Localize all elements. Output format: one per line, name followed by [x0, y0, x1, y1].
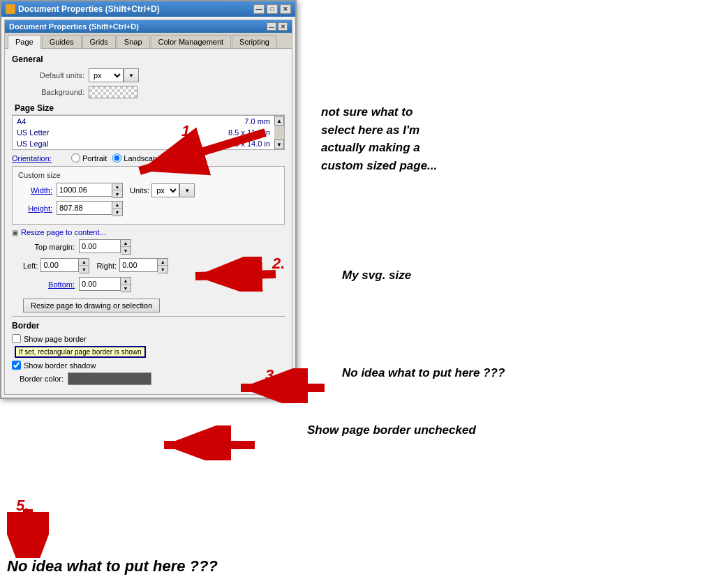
height-decrement[interactable]: ▼ [112, 209, 122, 216]
annotation-text-2: My svg. size [342, 269, 411, 282]
show-shadow-label: Show border shadow [24, 361, 96, 370]
height-input-group: ▲ ▼ [57, 201, 123, 216]
top-margin-input-group: ▲ ▼ [79, 239, 131, 255]
width-label: Width: [18, 186, 57, 195]
bottom-margin-input[interactable] [79, 277, 121, 291]
bottom-margin-input-group: ▲ ▼ [79, 277, 131, 292]
page-size-header: Page Size [12, 102, 285, 115]
portrait-label: Portrait [82, 154, 107, 163]
annotation-text-4: Show page border unchecked [307, 423, 476, 437]
bottom-label: Bottom: [23, 280, 79, 289]
right-decrement[interactable]: ▼ [158, 266, 168, 273]
page-size-list: A4 7.0 mm US Letter 8.5 x 11.0 in US Leg… [13, 116, 284, 149]
page-size-item-letter[interactable]: US Letter 8.5 x 11.0 in [13, 127, 274, 138]
border-color-row: Border color: [12, 372, 285, 385]
arrow-4-svg [108, 425, 269, 460]
default-units-select[interactable]: px [89, 68, 124, 82]
bottom-increment[interactable]: ▲ [121, 278, 131, 285]
units-dropdown[interactable]: ▼ [179, 183, 195, 197]
height-row: Height: ▲ ▼ [18, 201, 278, 216]
right-margin-spinner: ▲ ▼ [158, 258, 168, 273]
resize-to-drawing-button[interactable]: Resize page to drawing or selection [23, 299, 160, 312]
outer-title-buttons: — □ ✕ [253, 4, 291, 14]
bottom-margin-row: Bottom: ▲ ▼ [23, 277, 285, 292]
custom-size-title: Custom size [18, 171, 278, 179]
top-margin-increment[interactable]: ▲ [121, 240, 131, 247]
width-decrement[interactable]: ▼ [112, 190, 122, 197]
bottom-annotation-text: No idea what to put here ??? [7, 557, 218, 575]
show-border-label: Show page border [24, 335, 87, 343]
close-button[interactable]: ✕ [280, 4, 291, 14]
minimize-button[interactable]: — [253, 4, 265, 14]
width-increment[interactable]: ▲ [112, 183, 122, 190]
top-margin-row: Top margin: ▲ ▼ [23, 239, 285, 255]
width-input-group: ▲ ▼ [57, 183, 123, 198]
bottom-decrement[interactable]: ▼ [121, 285, 131, 292]
border-tooltip: If set, rectangular page border is shown [15, 346, 146, 358]
landscape-option[interactable]: Landscape [112, 153, 161, 163]
arrow3-label: 3. [265, 366, 278, 384]
height-increment[interactable]: ▲ [112, 202, 122, 209]
right-margin-input[interactable] [119, 258, 158, 272]
landscape-radio[interactable] [112, 153, 121, 163]
annotation-text-3: No idea what to put here ??? [342, 366, 505, 380]
outer-title-bar: Document Properties (Shift+Ctrl+D) — □ ✕ [1, 1, 295, 17]
default-units-label: Default units: [12, 71, 89, 80]
default-units-dropdown[interactable]: ▼ [124, 68, 139, 82]
background-label: Background: [12, 88, 89, 96]
right-increment[interactable]: ▲ [158, 259, 168, 266]
width-spinner: ▲ ▼ [112, 183, 123, 198]
inner-title-bar: Document Properties (Shift+Ctrl+D) — ✕ [5, 20, 292, 33]
show-shadow-checkbox[interactable] [12, 361, 21, 370]
border-color-label: Border color: [12, 375, 68, 383]
show-border-checkbox[interactable] [12, 334, 21, 343]
top-margin-decrement[interactable]: ▼ [121, 247, 131, 254]
left-margin-input[interactable] [40, 258, 79, 272]
units-label: Units: [130, 186, 149, 195]
inner-minimize-button[interactable]: — [267, 22, 276, 31]
page-size-list-container: A4 7.0 mm US Letter 8.5 x 11.0 in US Leg… [12, 115, 285, 150]
tab-color-management[interactable]: Color Management [151, 35, 232, 48]
tab-guides[interactable]: Guides [42, 35, 82, 48]
units-select[interactable]: px [151, 183, 179, 197]
height-input[interactable] [57, 201, 112, 215]
show-shadow-row: Show border shadow [12, 361, 285, 370]
inner-close-button[interactable]: ✕ [278, 22, 288, 31]
left-decrement[interactable]: ▼ [79, 266, 89, 273]
border-color-swatch[interactable] [68, 372, 151, 385]
left-margin-input-group: ▲ ▼ [40, 258, 89, 273]
scroll-down-arrow[interactable]: ▼ [274, 140, 284, 149]
width-input[interactable] [57, 183, 112, 197]
portrait-option[interactable]: Portrait [71, 153, 107, 163]
left-increment[interactable]: ▲ [79, 259, 89, 266]
background-color-swatch[interactable] [89, 86, 137, 98]
margin-rows: Top margin: ▲ ▼ Left: [23, 239, 285, 312]
scroll-up-arrow[interactable]: ▲ [274, 116, 284, 126]
tab-grids[interactable]: Grids [82, 35, 116, 48]
dialog-icon [6, 4, 15, 14]
page-size-item-legal[interactable]: US Legal 8.5 x 14.0 in [13, 138, 274, 149]
maximize-button[interactable]: □ [267, 4, 278, 14]
arrow5-label: 5. [16, 497, 29, 515]
page-size-item-a4[interactable]: A4 7.0 mm [13, 116, 274, 127]
background-row: Background: [12, 86, 285, 98]
custom-size-box: Custom size Width: ▲ ▼ Units: px ▼ [12, 166, 285, 225]
top-margin-input[interactable] [79, 239, 121, 253]
left-right-margin-row: Left: ▲ ▼ Right: ▲ [23, 258, 285, 273]
page-size-scrollbar[interactable]: ▲ ▼ [274, 116, 284, 149]
orientation-label: Orientation: [12, 154, 52, 163]
resize-toggle[interactable]: ▣ Resize page to content... [12, 228, 285, 236]
resize-toggle-label: Resize page to content... [21, 228, 106, 236]
tab-snap[interactable]: Snap [117, 35, 150, 48]
toggle-icon: ▣ [12, 229, 18, 236]
tab-page[interactable]: Page [8, 35, 41, 49]
top-margin-label: Top margin: [23, 243, 79, 251]
resize-section: ▣ Resize page to content... Top margin: … [12, 228, 285, 312]
default-units-row: Default units: px ▼ [12, 68, 285, 82]
top-margin-spinner: ▲ ▼ [121, 239, 131, 255]
landscape-label: Landscape [124, 154, 161, 163]
general-section-label: General [12, 54, 285, 64]
portrait-radio[interactable] [71, 153, 80, 163]
tab-scripting[interactable]: Scripting [232, 35, 277, 48]
arrow4-label: 4. [209, 423, 222, 442]
